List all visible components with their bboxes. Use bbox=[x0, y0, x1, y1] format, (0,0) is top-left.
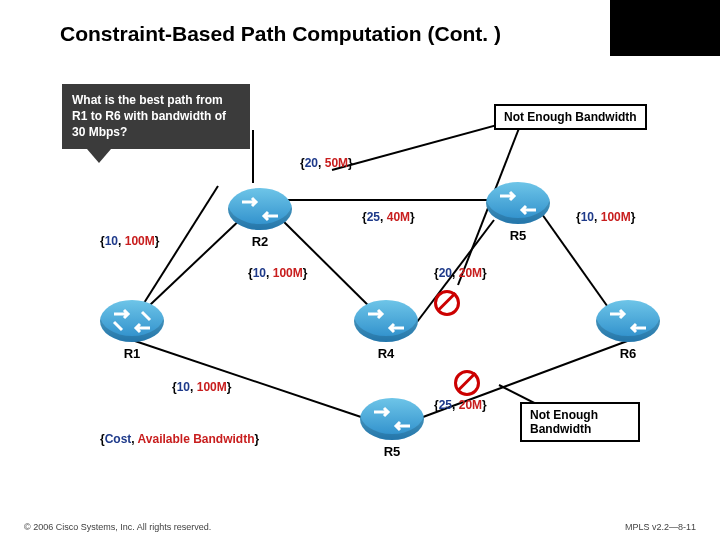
no-icon-2 bbox=[454, 370, 480, 396]
slide: Constraint-Based Path Computation (Cont.… bbox=[0, 0, 720, 540]
router-r5b-label: R5 bbox=[360, 444, 424, 459]
no-icon-1 bbox=[434, 290, 460, 316]
router-r5b bbox=[360, 398, 424, 440]
link-r2-r3: {20, 50M} bbox=[300, 156, 353, 170]
network-lines bbox=[0, 0, 720, 540]
link-r2-r4: {10, 100M} bbox=[248, 266, 307, 280]
footer-right: MPLS v2.2—8-11 bbox=[625, 522, 696, 532]
router-r2-label: R2 bbox=[228, 234, 292, 249]
link-r1-r5b: {10, 100M} bbox=[172, 380, 231, 394]
router-r5-label: R5 bbox=[486, 228, 550, 243]
router-r4 bbox=[354, 300, 418, 342]
router-r1 bbox=[100, 300, 164, 342]
router-r4-label: R4 bbox=[354, 346, 418, 361]
link-r4-r5: {20, 20M} bbox=[434, 266, 487, 280]
svg-line-7 bbox=[132, 340, 370, 420]
legend: {Cost, Available Bandwidth} bbox=[100, 432, 259, 446]
footer-left: © 2006 Cisco Systems, Inc. All rights re… bbox=[24, 522, 211, 532]
router-r6 bbox=[596, 300, 660, 342]
router-r6-label: R6 bbox=[596, 346, 660, 361]
router-r1-label: R1 bbox=[100, 346, 164, 361]
callout-bottom: Not Enough Bandwidth bbox=[520, 402, 640, 442]
link-r5-r6: {10, 100M} bbox=[576, 210, 635, 224]
link-r5b-r6: {25, 20M} bbox=[434, 398, 487, 412]
link-r2-r5: {25, 40M} bbox=[362, 210, 415, 224]
router-r2 bbox=[228, 188, 292, 230]
router-r5 bbox=[486, 182, 550, 224]
link-r1-r2: {10, 100M} bbox=[100, 234, 159, 248]
callout-top: Not Enough Bandwidth bbox=[494, 104, 647, 130]
